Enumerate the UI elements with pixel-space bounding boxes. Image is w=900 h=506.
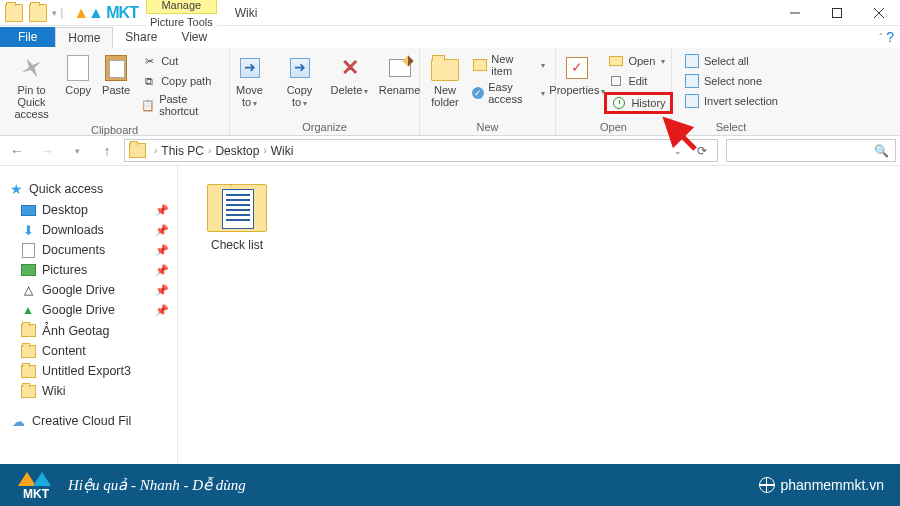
pin-icon: 📌 bbox=[155, 204, 169, 217]
help-icon: ? bbox=[886, 29, 894, 45]
nav-up-button[interactable]: ↑ bbox=[94, 139, 120, 163]
sidebar-item-downloads[interactable]: ⬇Downloads📌 bbox=[4, 220, 173, 240]
address-bar-row: ← → ▾ ↑ › This PC › Desktop › Wiki ⌄ ⟳ 🔍 bbox=[0, 136, 900, 166]
app-icon[interactable] bbox=[5, 4, 23, 22]
edit-button[interactable]: Edit bbox=[604, 72, 672, 90]
copy-to-button[interactable]: ➜ Copy to▾ bbox=[277, 52, 323, 111]
crumb-sep-icon: › bbox=[208, 145, 211, 156]
group-new: New folder New item▾ ✓Easy access▾ New bbox=[420, 48, 556, 135]
nav-back-button[interactable]: ← bbox=[4, 139, 30, 163]
file-item-check-list[interactable]: Check list bbox=[192, 184, 282, 252]
brand-logo: MKT bbox=[16, 470, 54, 500]
quick-access-header[interactable]: ★ Quick access bbox=[4, 178, 173, 200]
ribbon: Pin to Quick access Copy Paste ✂Cut ⧉Cop… bbox=[0, 48, 900, 136]
ribbon-help[interactable]: ˆ? bbox=[879, 29, 894, 45]
select-none-button[interactable]: Select none bbox=[680, 72, 782, 90]
brand-slogan: Hiệu quả - Nhanh - Dễ dùng bbox=[68, 476, 246, 494]
maximize-button[interactable] bbox=[816, 0, 858, 26]
svg-rect-1 bbox=[833, 8, 842, 17]
address-bar[interactable]: › This PC › Desktop › Wiki ⌄ ⟳ bbox=[124, 139, 718, 162]
copy-button[interactable]: Copy bbox=[61, 52, 95, 98]
pin-icon bbox=[17, 53, 47, 83]
crumb-desktop[interactable]: Desktop bbox=[215, 144, 259, 158]
close-button[interactable] bbox=[858, 0, 900, 26]
sidebar-item-google-drive-1[interactable]: △Google Drive📌 bbox=[4, 280, 173, 300]
folder-icon bbox=[21, 324, 36, 337]
rename-button[interactable]: Rename bbox=[377, 52, 423, 98]
brand-url: phanmemmkt.vn bbox=[759, 477, 884, 493]
file-item-label: Check list bbox=[211, 238, 263, 252]
tab-home[interactable]: Home bbox=[55, 27, 113, 48]
crumb-wiki[interactable]: Wiki bbox=[271, 144, 294, 158]
star-icon: ★ bbox=[10, 181, 23, 197]
group-organize: ➜ Move to▾ ➜ Copy to▾ ✕ Delete▾ Rename O… bbox=[230, 48, 420, 135]
content-pane[interactable]: Check list bbox=[178, 166, 900, 466]
search-box[interactable]: 🔍 bbox=[726, 139, 896, 162]
open-button[interactable]: Open▾ bbox=[604, 52, 672, 70]
crumb-this-pc[interactable]: This PC bbox=[161, 144, 204, 158]
manage-tab[interactable]: Manage bbox=[146, 0, 217, 14]
pin-icon: 📌 bbox=[155, 244, 169, 257]
group-label-open: Open bbox=[600, 119, 627, 133]
sidebar-item-content[interactable]: Content bbox=[4, 341, 173, 361]
pin-to-quick-access-button[interactable]: Pin to Quick access bbox=[6, 52, 57, 122]
documents-icon bbox=[22, 243, 35, 258]
easy-access-button[interactable]: ✓Easy access▾ bbox=[468, 80, 549, 106]
group-label-clipboard: Clipboard bbox=[91, 122, 138, 136]
move-to-button[interactable]: ➜ Move to▾ bbox=[227, 52, 273, 111]
folder-thumbnail-icon bbox=[207, 184, 267, 232]
new-folder-icon bbox=[431, 59, 459, 81]
move-to-icon: ➜ bbox=[240, 58, 260, 78]
history-icon bbox=[613, 97, 625, 109]
tab-share[interactable]: Share bbox=[113, 27, 169, 47]
copy-path-button[interactable]: ⧉Copy path bbox=[137, 72, 223, 90]
qat-dropdown-icon[interactable]: ▾ │ bbox=[52, 8, 65, 18]
paste-button[interactable]: Paste bbox=[99, 52, 133, 98]
refresh-button[interactable]: ⟳ bbox=[691, 140, 713, 161]
group-label-new: New bbox=[476, 119, 498, 133]
paste-label: Paste bbox=[102, 84, 130, 96]
paste-shortcut-button[interactable]: 📋Paste shortcut bbox=[137, 92, 223, 118]
new-folder-button[interactable]: New folder bbox=[426, 52, 464, 110]
group-select: Select all Select none Invert selection … bbox=[672, 48, 790, 135]
pin-icon: 📌 bbox=[155, 284, 169, 297]
minimize-icon bbox=[790, 8, 800, 18]
select-all-button[interactable]: Select all bbox=[680, 52, 782, 70]
open-icon bbox=[609, 56, 623, 66]
nav-forward-button[interactable]: → bbox=[34, 139, 60, 163]
history-button[interactable]: History bbox=[604, 92, 672, 114]
easy-access-icon: ✓ bbox=[472, 87, 484, 99]
select-none-icon bbox=[685, 74, 699, 88]
clipboard-stack: ✂Cut ⧉Copy path 📋Paste shortcut bbox=[137, 52, 223, 118]
delete-button[interactable]: ✕ Delete▾ bbox=[327, 52, 373, 99]
sidebar-item-desktop[interactable]: Desktop📌 bbox=[4, 200, 173, 220]
minimize-button[interactable] bbox=[774, 0, 816, 26]
sidebar-item-untitled-export[interactable]: Untitled Export3 bbox=[4, 361, 173, 381]
nav-recent-button[interactable]: ▾ bbox=[64, 139, 90, 163]
tab-file[interactable]: File bbox=[0, 27, 55, 47]
invert-selection-button[interactable]: Invert selection bbox=[680, 92, 782, 110]
copy-to-icon: ➜ bbox=[290, 58, 310, 78]
cut-button[interactable]: ✂Cut bbox=[137, 52, 223, 70]
creative-cloud-icon: ☁ bbox=[10, 414, 26, 428]
address-dropdown-button[interactable]: ⌄ bbox=[667, 140, 689, 161]
sidebar-item-google-drive-2[interactable]: ▲Google Drive📌 bbox=[4, 300, 173, 320]
properties-button[interactable]: ✓ Properties▾ bbox=[554, 52, 600, 99]
qat-icon[interactable] bbox=[29, 4, 47, 22]
sidebar-item-wiki[interactable]: Wiki bbox=[4, 381, 173, 401]
window-title: Wiki bbox=[235, 6, 258, 20]
sidebar-item-documents[interactable]: Documents📌 bbox=[4, 240, 173, 260]
tab-view[interactable]: View bbox=[169, 27, 219, 47]
pin-icon: 📌 bbox=[155, 304, 169, 317]
cut-icon: ✂ bbox=[141, 53, 157, 69]
sidebar-item-pictures[interactable]: Pictures📌 bbox=[4, 260, 173, 280]
window-controls bbox=[774, 0, 900, 26]
sidebar-item-anh-geotag[interactable]: Ảnh Geotag bbox=[4, 320, 173, 341]
folder-icon bbox=[21, 345, 36, 358]
sidebar-item-creative-cloud[interactable]: ☁Creative Cloud Fil bbox=[4, 411, 173, 431]
paste-icon bbox=[105, 55, 127, 81]
new-item-button[interactable]: New item▾ bbox=[468, 52, 549, 78]
contextual-tab-group: Manage Picture Tools bbox=[146, 0, 217, 30]
new-item-icon bbox=[473, 59, 487, 71]
pin-icon: 📌 bbox=[155, 224, 169, 237]
